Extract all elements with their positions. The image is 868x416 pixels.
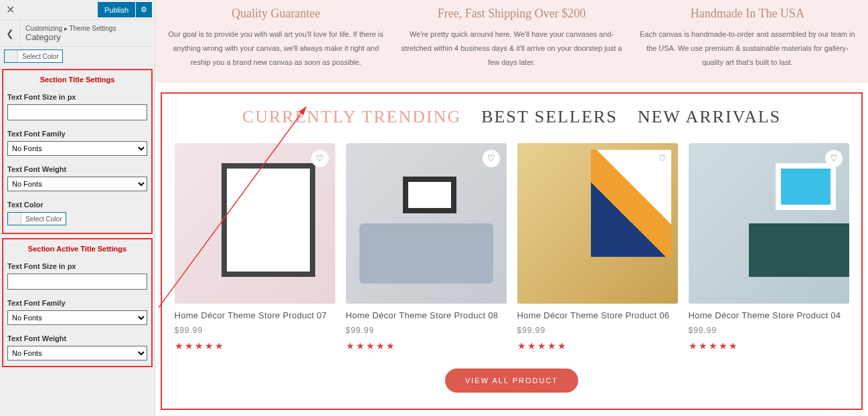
current-section: Category	[25, 32, 116, 42]
feature-text: Each canvas is handmade-to-order and ass…	[636, 27, 859, 70]
trending-section: CURRENTLY TRENDING BEST SELLERS NEW ARRI…	[161, 92, 863, 410]
breadcrumb: Customizing ▸ Theme Settings	[25, 25, 116, 32]
tab-best-sellers[interactable]: BEST SELLERS	[481, 107, 617, 127]
product-name: Home Décor Theme Store Product 06	[517, 310, 678, 320]
panel-title: Section Active Title Settings	[7, 245, 147, 253]
feature-title: Quality Guarantee	[165, 7, 387, 21]
color-label: Select Color	[18, 53, 62, 60]
label-font-family: Text Font Family	[7, 130, 147, 138]
heart-icon[interactable]: ♡	[825, 150, 843, 167]
product-card[interactable]: ♡ Home Décor Theme Store Product 07 $99.…	[175, 143, 335, 351]
label-text-color: Text Color	[7, 201, 147, 209]
product-price: $99.99	[517, 326, 678, 335]
product-image: ♡	[346, 143, 507, 304]
tab-new-arrivals[interactable]: NEW ARRIVALS	[638, 107, 781, 127]
features-row: Quality Guarantee Our goal is to provide…	[155, 0, 868, 83]
product-price: $99.99	[689, 326, 849, 335]
star-rating: ★★★★★	[689, 340, 849, 351]
heart-icon[interactable]: ♡	[654, 150, 671, 167]
color-swatch	[8, 213, 21, 225]
product-card[interactable]: ♡ Home Décor Theme Store Product 06 $99.…	[517, 143, 678, 351]
feature-shipping: Free, Fast Shipping Over $200 We're pret…	[400, 7, 622, 70]
color-swatch	[5, 50, 18, 62]
product-image: ♡	[517, 143, 678, 304]
close-icon[interactable]: ✕	[0, 0, 20, 20]
feature-handmade: Handmade In The USA Each canvas is handm…	[636, 7, 859, 70]
nav-labels: Customizing ▸ Theme Settings Category	[20, 25, 116, 42]
product-image: ♡	[689, 143, 849, 304]
nav-header: ❮ Customizing ▸ Theme Settings Category	[0, 20, 155, 47]
color-label: Select Color	[21, 215, 66, 223]
product-name: Home Décor Theme Store Product 08	[346, 310, 507, 320]
select-font-weight[interactable]: No Fonts	[7, 177, 147, 191]
input-font-size[interactable]	[7, 104, 147, 120]
label-font-size: Text Font Size in px	[7, 262, 147, 270]
feature-title: Handmade In The USA	[636, 7, 859, 21]
feature-text: Our goal is to provide you with wall art…	[165, 27, 387, 70]
customizer-sidebar: ✕ Publish ⚙ ❮ Customizing ▸ Theme Settin…	[0, 0, 155, 416]
select-font-family[interactable]: No Fonts	[7, 310, 147, 325]
partial-color-control: Select Color	[4, 49, 151, 65]
publish-group: Publish ⚙	[98, 2, 155, 17]
product-price: $99.99	[175, 326, 335, 335]
label-font-weight: Text Font Weight	[7, 334, 147, 342]
heart-icon[interactable]: ♡	[483, 150, 500, 167]
category-tabs: CURRENTLY TRENDING BEST SELLERS NEW ARRI…	[169, 107, 855, 127]
panel-section-active-title-settings: Section Active Title Settings Text Font …	[2, 238, 153, 367]
product-name: Home Décor Theme Store Product 04	[689, 310, 849, 320]
input-font-size[interactable]	[7, 274, 147, 290]
select-color-button-top[interactable]: Select Color	[4, 49, 63, 63]
product-image: ♡	[175, 143, 335, 304]
select-color-button[interactable]: Select Color	[7, 212, 66, 225]
select-font-weight[interactable]: No Fonts	[7, 346, 147, 360]
product-grid: ♡ Home Décor Theme Store Product 07 $99.…	[169, 143, 855, 351]
back-icon[interactable]: ❮	[0, 20, 20, 47]
label-font-weight: Text Font Weight	[7, 165, 147, 173]
star-rating: ★★★★★	[175, 340, 335, 351]
gear-icon[interactable]: ⚙	[136, 2, 152, 17]
feature-text: We're pretty quick around here. We'll ha…	[400, 27, 622, 70]
preview-pane: Quality Guarantee Our goal is to provide…	[155, 0, 868, 416]
star-rating: ★★★★★	[346, 340, 507, 351]
star-rating: ★★★★★	[517, 340, 678, 351]
label-font-size: Text Font Size in px	[7, 93, 147, 101]
select-font-family[interactable]: No Fonts	[7, 141, 147, 156]
sidebar-topbar: ✕ Publish ⚙	[0, 0, 155, 20]
heart-icon[interactable]: ♡	[311, 150, 329, 167]
panel-title: Section Title Settings	[7, 76, 147, 84]
feature-title: Free, Fast Shipping Over $200	[400, 7, 622, 21]
product-card[interactable]: ♡ Home Décor Theme Store Product 04 $99.…	[689, 143, 849, 351]
label-font-family: Text Font Family	[7, 299, 147, 307]
product-card[interactable]: ♡ Home Décor Theme Store Product 08 $99.…	[346, 143, 507, 351]
product-price: $99.99	[346, 326, 507, 335]
feature-quality: Quality Guarantee Our goal is to provide…	[165, 7, 387, 70]
tab-trending[interactable]: CURRENTLY TRENDING	[242, 107, 461, 127]
panel-section-title-settings: Section Title Settings Text Font Size in…	[2, 69, 153, 234]
product-name: Home Décor Theme Store Product 07	[175, 310, 335, 320]
view-all-button[interactable]: VIEW ALL PRODUCT	[445, 369, 578, 393]
publish-button[interactable]: Publish	[98, 2, 135, 17]
